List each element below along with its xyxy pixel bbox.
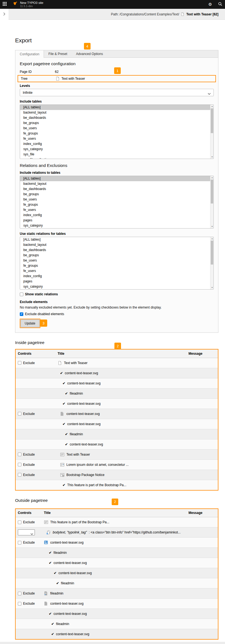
exclude-checkbox[interactable] — [18, 521, 21, 524]
exclude-label: Exclude — [23, 602, 35, 606]
list-option[interactable]: fe_groups — [20, 131, 213, 136]
tab-advanced-options[interactable]: Advanced Options — [72, 50, 107, 57]
row-title: This feature is part of the Bootstrap Pa… — [50, 520, 109, 524]
message-cell — [186, 548, 218, 558]
levels-select[interactable]: Infinite — [20, 89, 214, 96]
list-option[interactable]: backend_layout — [20, 110, 213, 115]
annotation-badge-4: 4 — [84, 43, 91, 49]
list-option[interactable]: fe_users — [20, 136, 213, 141]
site-version: 11.5.1-dev — [20, 5, 43, 8]
table-row: ✔fileadmin — [16, 548, 218, 558]
search-icon — [218, 2, 222, 7]
scrollbar[interactable]: ▲▼ — [210, 237, 213, 289]
list-option[interactable]: sys_file_collection — [20, 157, 213, 159]
settings-button[interactable]: ⚙ — [205, 0, 215, 9]
table-row: ✔content-text-teaser.svg — [16, 568, 218, 578]
row-title: content-text-teaser.svg — [54, 612, 87, 616]
list-option[interactable]: backend_layout — [20, 181, 213, 186]
show-static-checkbox[interactable] — [20, 293, 23, 296]
list-option[interactable]: [ALL tables] — [20, 237, 213, 242]
scrollbar-thumb[interactable] — [211, 241, 213, 265]
exclude-checkbox[interactable] — [18, 473, 21, 477]
storage-icon — [44, 591, 48, 596]
list-option[interactable]: be_dashboards — [20, 186, 213, 192]
check-icon: ✔ — [51, 632, 54, 636]
scrollbar-thumb[interactable] — [211, 180, 213, 203]
exclude-checkbox[interactable] — [18, 412, 21, 415]
scroll-up-icon[interactable]: ▲ — [211, 105, 213, 108]
exclude-disabled-checkbox[interactable] — [20, 312, 23, 316]
nav-expand-strip[interactable] — [0, 9, 9, 20]
list-option[interactable]: be_groups — [20, 192, 213, 197]
breadcrumb-page: Text with Teaser [62] — [186, 12, 218, 16]
list-option[interactable]: be_users — [20, 258, 213, 263]
message-cell — [186, 538, 218, 548]
message-cell — [186, 619, 218, 629]
list-option[interactable]: be_users — [20, 197, 213, 202]
scrollbar[interactable]: ▲▼ — [210, 105, 213, 159]
inside-pagetree-table: 2 ControlsTitleMessage ExcludeText with … — [15, 349, 218, 491]
list-option[interactable]: index_config — [20, 274, 213, 279]
textpic-icon — [60, 463, 64, 467]
list-option[interactable]: pages — [20, 279, 213, 284]
list-option[interactable]: fe_users — [20, 268, 213, 274]
list-option[interactable]: index_config — [20, 141, 213, 147]
list-option[interactable]: sys_category — [20, 147, 213, 152]
list-option[interactable]: sys_category — [20, 284, 213, 289]
message-cell — [186, 480, 218, 490]
update-button-focus-ring: 3 Update — [20, 319, 40, 328]
message-cell — [186, 558, 218, 568]
list-option[interactable]: be_users — [20, 126, 213, 131]
tab-file-preset[interactable]: File & Preset — [44, 50, 72, 57]
exclude-checkbox[interactable] — [18, 541, 21, 544]
static-relations-label: Use static relations for tables — [20, 232, 214, 236]
search-button[interactable] — [215, 0, 225, 9]
list-option[interactable]: pages — [20, 218, 213, 223]
exclude-checkbox[interactable] — [18, 602, 21, 606]
list-option[interactable]: [ALL tables] — [20, 176, 213, 181]
scroll-up-icon[interactable]: ▲ — [211, 177, 213, 179]
exclude-checkbox[interactable] — [18, 453, 21, 456]
exclude-checkbox[interactable] — [18, 463, 21, 466]
list-option[interactable]: sys_file — [20, 152, 213, 157]
list-option[interactable]: backend_layout — [20, 242, 213, 247]
list-option[interactable]: index_config — [20, 213, 213, 218]
list-option[interactable]: sys_category — [20, 223, 213, 228]
list-option[interactable]: sys_file — [20, 289, 213, 290]
exclude-checkbox[interactable] — [18, 361, 21, 365]
scroll-up-icon[interactable]: ▲ — [211, 238, 213, 240]
static-relations-list[interactable]: [ALL tables]backend_layoutbe_dashboardsb… — [20, 237, 214, 290]
list-option[interactable]: be_groups — [20, 253, 213, 258]
table-row: ✔content-text-teaser.svg — [16, 378, 218, 388]
scrollbar[interactable]: ▲▼ — [210, 176, 213, 228]
chevron-down-icon — [30, 532, 33, 536]
row-title: fileadmin — [50, 591, 63, 595]
scrollbar-thumb[interactable] — [211, 108, 213, 133]
row-action-select[interactable] — [18, 529, 35, 535]
tab-configuration[interactable]: Configuration — [15, 50, 44, 58]
column-header: Message — [186, 349, 218, 358]
list-option[interactable]: fe_users — [20, 207, 213, 213]
section-title: Export pagetree configuration — [20, 61, 214, 66]
list-option[interactable]: be_dashboards — [20, 247, 213, 253]
scroll-down-icon[interactable]: ▼ — [211, 225, 213, 228]
include-tables-list[interactable]: [ALL tables]backend_layoutbe_dashboardsb… — [20, 104, 214, 159]
site-brand[interactable]: New TYPO3 site 11.5.1-dev — [9, 1, 43, 8]
include-relations-list[interactable]: [ALL tables]backend_layoutbe_dashboardsb… — [20, 176, 214, 229]
exclude-label: Exclude — [23, 463, 35, 467]
list-option[interactable]: [ALL tables] — [20, 105, 213, 110]
list-option[interactable]: sys_file — [20, 228, 213, 229]
modules-menu-button[interactable] — [0, 0, 9, 9]
exclude-checkbox[interactable] — [18, 592, 21, 595]
check-icon: ✔ — [49, 612, 52, 616]
message-cell — [186, 578, 218, 588]
check-icon: ✔ — [65, 392, 68, 395]
list-option[interactable]: fe_groups — [20, 202, 213, 207]
scroll-down-icon[interactable]: ▼ — [211, 287, 213, 289]
list-option[interactable]: fe_groups — [20, 263, 213, 268]
list-option[interactable]: be_dashboards — [20, 115, 213, 120]
check-icon: ✔ — [54, 571, 57, 575]
scroll-down-icon[interactable]: ▼ — [211, 156, 213, 158]
list-option[interactable]: be_groups — [20, 120, 213, 126]
update-button[interactable]: Update — [21, 320, 40, 327]
